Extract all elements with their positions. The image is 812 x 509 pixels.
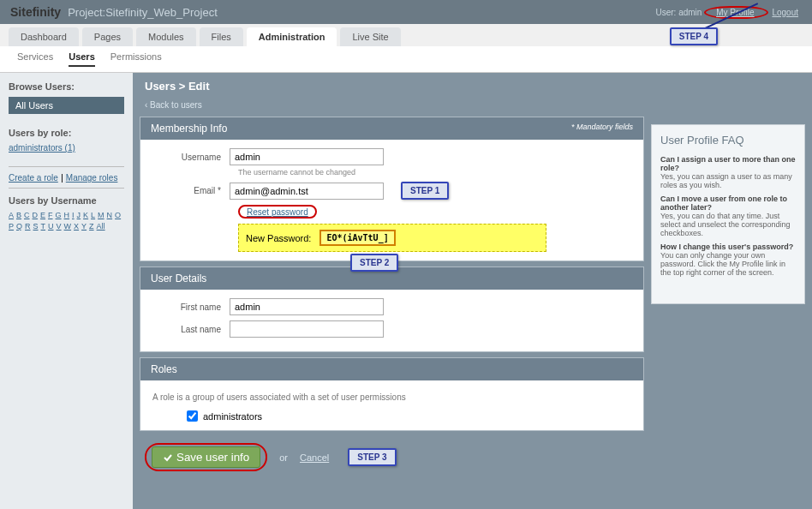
alpha-letter[interactable]: F [48, 211, 53, 219]
user-label: User: admin [655, 8, 702, 17]
alpha-letter[interactable]: T [41, 222, 46, 231]
alpha-letter[interactable]: I [72, 211, 75, 219]
email-label: Email * [152, 186, 230, 195]
alpha-letter[interactable]: E [40, 211, 45, 219]
sidebar-role-admin[interactable]: administrators (1) [9, 143, 124, 153]
sidebar-manage-roles[interactable]: Manage roles [66, 173, 118, 183]
roles-description: A role is a group of users associated wi… [152, 392, 631, 402]
username-label: Username [152, 153, 230, 162]
email-input[interactable] [230, 183, 384, 200]
step-4-callout: STEP 4 [670, 27, 718, 45]
subtab-services[interactable]: Services [17, 51, 53, 67]
lastname-input[interactable] [230, 320, 384, 338]
alpha-letter[interactable]: V [57, 222, 62, 231]
cancel-link[interactable]: Cancel [300, 452, 329, 463]
user-details-title: User Details [151, 272, 206, 284]
alpha-letter[interactable]: O [115, 211, 121, 219]
topbar: Sitefinity Project:Sitefinity_Web_Projec… [0, 0, 812, 24]
sidebar-all-users[interactable]: All Users [9, 97, 124, 114]
logout-link[interactable]: Logout [768, 7, 802, 18]
sidebar-create-role[interactable]: Create a role [9, 173, 58, 183]
project-name: Project:Sitefinity_Web_Project [68, 6, 655, 19]
roles-panel: Roles A role is a group of users associa… [140, 357, 644, 431]
faq-panel: User Profile FAQ Can I assign a user to … [651, 124, 805, 304]
back-link[interactable]: ‹ Back to users [145, 100, 202, 110]
sidebar-role-heading: Users by role: [9, 128, 124, 138]
alpha-letter[interactable]: S [33, 222, 39, 231]
alpha-letter[interactable]: Q [16, 222, 22, 231]
faq-q-2: Can I move a user from one role to anoth… [660, 195, 796, 212]
save-button-label: Save user info [176, 451, 249, 464]
alpha-letter[interactable]: M [98, 211, 104, 219]
alpha-letter[interactable]: U [48, 222, 54, 231]
alpha-letter[interactable]: A [9, 211, 14, 219]
membership-panel: Membership Info * Mandatory fields Usern… [140, 117, 644, 261]
alpha-letter[interactable]: X [74, 222, 79, 231]
subtab-permissions[interactable]: Permissions [110, 51, 162, 67]
faq-a-2: Yes, you can do that any time. Just sele… [660, 212, 796, 237]
alpha-all[interactable]: All [97, 222, 105, 231]
save-bar: Save user info or Cancel STEP 3 [133, 436, 651, 478]
alpha-index: A B C D E F G H I J K L M N O P Q R S T [9, 211, 124, 231]
tab-files[interactable]: Files [200, 27, 243, 46]
subtab-users[interactable]: Users [69, 51, 95, 67]
alpha-letter[interactable]: J [77, 211, 81, 219]
sub-tabs: Services Users Permissions [0, 46, 812, 73]
alpha-letter[interactable]: L [91, 211, 95, 219]
alpha-letter[interactable]: B [16, 211, 21, 219]
password-band: New Password: EO*(iAvTtU_] STEP 2 [238, 224, 546, 252]
alpha-letter[interactable]: Z [89, 222, 94, 231]
reset-password-link[interactable]: Reset password [247, 207, 308, 217]
tab-pages[interactable]: Pages [82, 27, 133, 46]
alpha-letter[interactable]: K [83, 211, 88, 219]
new-password-label: New Password: [246, 233, 311, 243]
firstname-input[interactable] [230, 298, 384, 315]
faq-a-1: Yes, you can assign a user to as many ro… [660, 172, 796, 189]
step-3-callout: STEP 3 [348, 448, 396, 466]
tab-live-site[interactable]: Live Site [340, 27, 400, 46]
username-input[interactable] [230, 148, 384, 165]
save-highlight: Save user info [145, 443, 267, 471]
lastname-label: Last name [152, 325, 230, 334]
alpha-letter[interactable]: N [107, 211, 113, 219]
new-password-value: EO*(iAvTtU_] [319, 230, 395, 246]
alpha-letter[interactable]: D [33, 211, 39, 219]
logo: Sitefinity [10, 5, 61, 19]
faq-a-3: You can only change your own password. C… [660, 251, 796, 277]
username-hint: The username cannot be changed [238, 168, 631, 177]
alpha-letter[interactable]: C [24, 211, 30, 219]
sidebar-username-heading: Users by Username [9, 195, 124, 206]
faq-q-1: Can I assign a user to more than one rol… [660, 155, 796, 172]
breadcrumb: Users > Edit [133, 73, 651, 99]
role-name-admin: administrators [203, 411, 262, 422]
user-details-panel: User Details First name Last name [140, 266, 644, 352]
step-1-callout: STEP 1 [401, 182, 449, 200]
alpha-letter[interactable]: R [25, 222, 31, 231]
reset-pw-highlight: Reset password [238, 205, 317, 219]
content: Users > Edit ‹ Back to users Membership … [133, 73, 812, 509]
alpha-letter[interactable]: G [56, 211, 62, 219]
firstname-label: First name [152, 302, 230, 312]
save-button[interactable]: Save user info [152, 446, 260, 468]
check-icon [163, 452, 173, 463]
role-checkbox-admin[interactable] [187, 410, 198, 422]
faq-title: User Profile FAQ [660, 134, 796, 147]
roles-title: Roles [151, 363, 177, 375]
tab-dashboard[interactable]: Dashboard [9, 27, 79, 46]
membership-title: Membership Info [151, 123, 227, 135]
sidebar-browse-heading: Browse Users: [9, 81, 124, 92]
tab-administration[interactable]: Administration [247, 27, 337, 46]
tab-modules[interactable]: Modules [136, 27, 196, 46]
alpha-letter[interactable]: W [64, 222, 72, 231]
faq-q-3: How I change this user's password? [660, 243, 796, 251]
sidebar: Browse Users: All Users Users by role: a… [0, 73, 133, 509]
mandatory-note: * Mandatory fields [571, 123, 633, 135]
alpha-letter[interactable]: P [9, 222, 14, 231]
alpha-letter[interactable]: H [64, 211, 70, 219]
alpha-letter[interactable]: Y [81, 222, 87, 231]
step-2-callout: STEP 2 [350, 254, 398, 272]
